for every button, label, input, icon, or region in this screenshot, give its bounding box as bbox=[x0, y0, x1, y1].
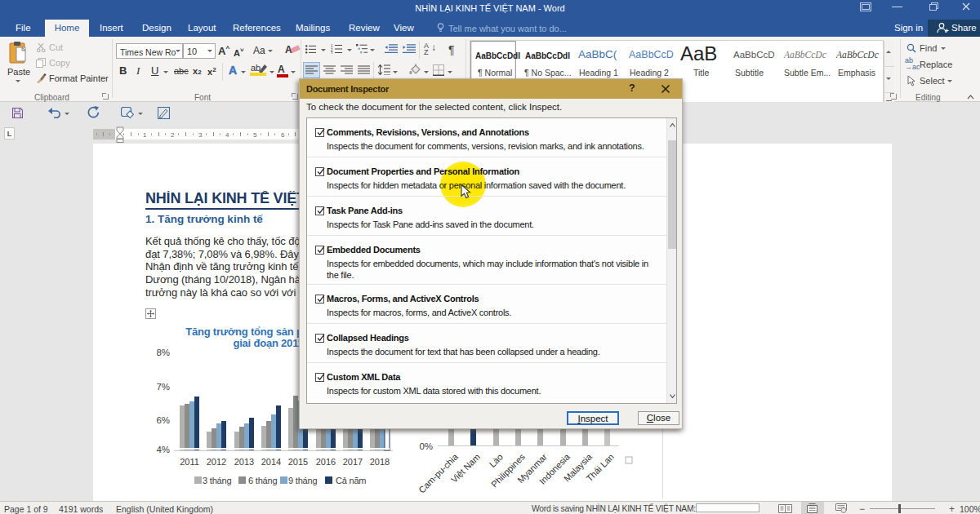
svg-text:3: 3 bbox=[198, 131, 203, 139]
svg-text:2017: 2017 bbox=[343, 457, 363, 467]
svg-text:2015: 2015 bbox=[288, 457, 308, 467]
svg-text:2: 2 bbox=[171, 131, 175, 139]
svg-text:2014: 2014 bbox=[261, 457, 281, 467]
svg-text:8%: 8% bbox=[156, 348, 170, 357]
svg-text:2018: 2018 bbox=[370, 457, 390, 467]
svg-text:6%: 6% bbox=[156, 415, 170, 425]
svg-text:3 tháng: 3 tháng bbox=[203, 476, 231, 485]
svg-text:2011: 2011 bbox=[180, 457, 199, 467]
svg-text:5: 5 bbox=[253, 131, 257, 139]
svg-text:Cả năm: Cả năm bbox=[336, 476, 366, 485]
svg-text:4: 4 bbox=[225, 131, 229, 139]
svg-text:6 tháng: 6 tháng bbox=[248, 476, 277, 485]
svg-text:1: 1 bbox=[143, 131, 147, 139]
svg-text:6: 6 bbox=[281, 131, 285, 139]
svg-text:2012: 2012 bbox=[207, 457, 226, 467]
svg-text:2013: 2013 bbox=[234, 457, 254, 467]
svg-text:7%: 7% bbox=[156, 382, 170, 392]
svg-text:2016: 2016 bbox=[316, 457, 336, 467]
svg-text:0%: 0% bbox=[419, 441, 433, 451]
svg-text:4%: 4% bbox=[156, 445, 170, 454]
svg-text:9 tháng: 9 tháng bbox=[288, 476, 317, 485]
svg-text:Lào: Lào bbox=[488, 452, 505, 469]
svg-text:3: 3 bbox=[331, 51, 333, 55]
